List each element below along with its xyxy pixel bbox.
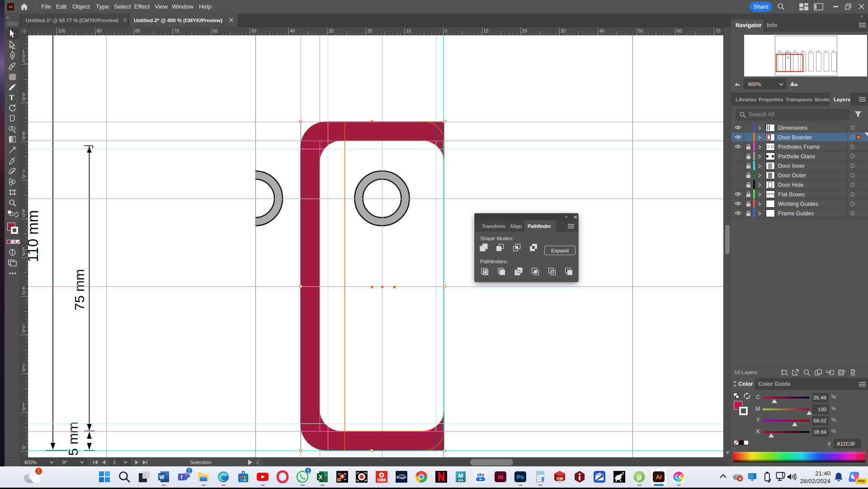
svg-text:X: X — [319, 474, 322, 480]
svg-text:SW: SW — [557, 476, 563, 481]
svg-text:µ: µ — [637, 473, 642, 481]
svg-text:75 mm: 75 mm — [72, 269, 87, 311]
svg-text:7: 7 — [622, 471, 624, 476]
svg-text:Disney+: Disney+ — [395, 475, 407, 480]
svg-text:W: W — [160, 474, 165, 480]
svg-text:AYA: AYA — [458, 479, 464, 482]
svg-text:Ps: Ps — [517, 474, 524, 480]
svg-text:sky: sky — [477, 472, 485, 477]
svg-text:110 mm: 110 mm — [28, 210, 41, 262]
svg-text:T: T — [180, 475, 183, 480]
svg-text:Ai: Ai — [656, 474, 662, 480]
svg-text:Id: Id — [498, 474, 503, 480]
